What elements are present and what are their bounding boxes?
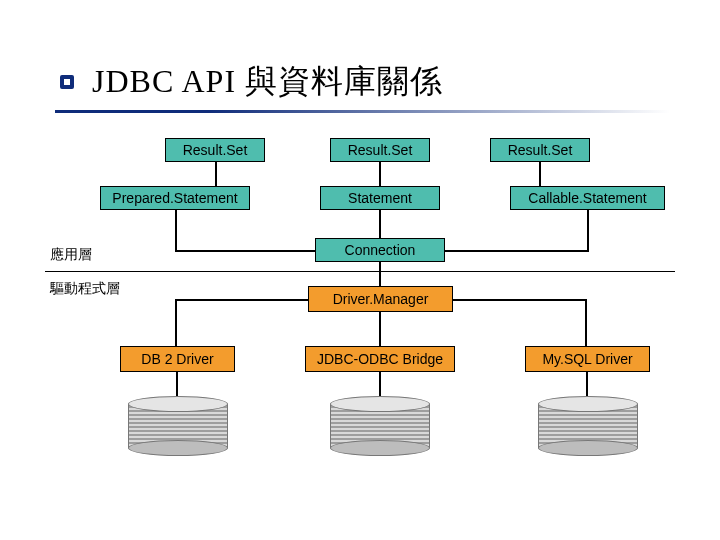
connector bbox=[586, 372, 588, 396]
title-underline bbox=[55, 110, 670, 113]
database-icon bbox=[128, 396, 228, 456]
connector bbox=[175, 250, 315, 252]
layer-divider bbox=[45, 271, 675, 272]
page-title: JDBC API 與資料庫關係 bbox=[92, 60, 443, 104]
connector bbox=[175, 299, 308, 301]
box-resultset-2: Result.Set bbox=[330, 138, 430, 162]
connector bbox=[175, 210, 177, 252]
database-icon bbox=[330, 396, 430, 456]
box-callable-statement: Callable.Statement bbox=[510, 186, 665, 210]
connector bbox=[585, 299, 587, 346]
box-mysql-driver: My.SQL Driver bbox=[525, 346, 650, 372]
connector bbox=[175, 299, 177, 346]
diagram-canvas: Result.Set Result.Set Result.Set Prepare… bbox=[40, 128, 680, 528]
title-bullet-icon bbox=[60, 75, 74, 89]
database-icon bbox=[538, 396, 638, 456]
connector bbox=[176, 372, 178, 396]
connector bbox=[379, 312, 381, 346]
label-driver-layer: 驅動程式層 bbox=[50, 280, 120, 298]
box-driver-manager: Driver.Manager bbox=[308, 286, 453, 312]
connector bbox=[587, 210, 589, 252]
connector bbox=[379, 372, 381, 396]
connector bbox=[444, 250, 589, 252]
label-app-layer: 應用層 bbox=[50, 246, 92, 264]
box-db2-driver: DB 2 Driver bbox=[120, 346, 235, 372]
box-resultset-3: Result.Set bbox=[490, 138, 590, 162]
box-resultset-1: Result.Set bbox=[165, 138, 265, 162]
connector bbox=[215, 162, 217, 186]
title-row: JDBC API 與資料庫關係 bbox=[60, 60, 443, 104]
box-connection: Connection bbox=[315, 238, 445, 262]
box-statement: Statement bbox=[320, 186, 440, 210]
connector bbox=[539, 162, 541, 186]
connector bbox=[379, 262, 381, 286]
box-prepared-statement: Prepared.Statement bbox=[100, 186, 250, 210]
box-jdbc-odbc-bridge: JDBC-ODBC Bridge bbox=[305, 346, 455, 372]
connector bbox=[379, 162, 381, 186]
connector bbox=[453, 299, 587, 301]
connector bbox=[379, 210, 381, 238]
